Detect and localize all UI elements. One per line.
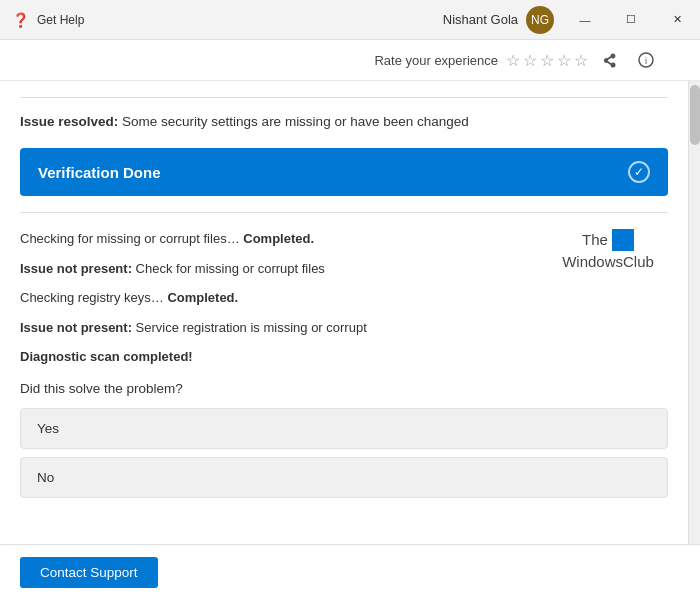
question-text: Did this solve the problem? bbox=[20, 381, 668, 396]
diag-issue-label-1: Issue not present: bbox=[20, 261, 132, 276]
rate-bar: Rate your experience ☆ ☆ ☆ ☆ ☆ i bbox=[0, 40, 700, 81]
user-info: Nishant Gola NG bbox=[443, 6, 554, 34]
app-icon: ❓ bbox=[12, 12, 29, 28]
star-5[interactable]: ☆ bbox=[574, 51, 588, 70]
avatar: NG bbox=[526, 6, 554, 34]
contact-support-button[interactable]: Contact Support bbox=[20, 557, 158, 588]
verification-label: Verification Done bbox=[38, 164, 161, 181]
diag-completed-1: Completed. bbox=[243, 231, 314, 246]
verification-banner: Verification Done ✓ bbox=[20, 148, 668, 196]
content-wrapper: Issue resolved: Some security settings a… bbox=[0, 81, 700, 544]
title-bar-left: ❓ Get Help bbox=[12, 12, 84, 28]
yes-button[interactable]: Yes bbox=[20, 408, 668, 449]
maximize-button[interactable]: ☐ bbox=[608, 0, 654, 40]
star-1[interactable]: ☆ bbox=[506, 51, 520, 70]
window-controls: — ☐ ✕ bbox=[562, 0, 700, 40]
logo-blue-square bbox=[612, 229, 634, 251]
no-button[interactable]: No bbox=[20, 457, 668, 498]
star-3[interactable]: ☆ bbox=[540, 51, 554, 70]
user-name: Nishant Gola bbox=[443, 12, 518, 27]
check-circle-icon: ✓ bbox=[628, 161, 650, 183]
title-bar-right: Nishant Gola NG — ☐ ✕ bbox=[443, 0, 700, 40]
divider-top bbox=[20, 97, 668, 98]
info-icon: i bbox=[638, 52, 654, 68]
diag-line-4: Issue not present: Service registration … bbox=[20, 318, 538, 338]
issue-resolved-desc: Some security settings are missing or ha… bbox=[122, 114, 469, 129]
diagnostics-area: Checking for missing or corrupt files… C… bbox=[20, 229, 668, 377]
bottom-bar: Contact Support bbox=[0, 544, 700, 600]
star-2[interactable]: ☆ bbox=[523, 51, 537, 70]
diag-line-3: Checking registry keys… Completed. bbox=[20, 288, 538, 308]
share-icon bbox=[602, 52, 618, 68]
divider-mid bbox=[20, 212, 668, 213]
diagnostics-text: Checking for missing or corrupt files… C… bbox=[20, 229, 538, 377]
diag-line-1: Checking for missing or corrupt files… C… bbox=[20, 229, 538, 249]
diag-completed-2: Completed. bbox=[167, 290, 238, 305]
app-title: Get Help bbox=[37, 13, 84, 27]
rate-label: Rate your experience bbox=[374, 53, 498, 68]
diag-scan-complete: Diagnostic scan completed! bbox=[20, 347, 538, 367]
close-button[interactable]: ✕ bbox=[654, 0, 700, 40]
check-icon: ✓ bbox=[634, 165, 644, 179]
info-button[interactable]: i bbox=[632, 46, 660, 74]
windows-club-logo: The WindowsClub bbox=[548, 229, 668, 272]
logo-text-club: WindowsClub bbox=[562, 251, 654, 272]
title-bar: ❓ Get Help Nishant Gola NG — ☐ ✕ bbox=[0, 0, 700, 40]
star-rating[interactable]: ☆ ☆ ☆ ☆ ☆ bbox=[506, 51, 588, 70]
share-button[interactable] bbox=[596, 46, 624, 74]
scrollbar-track[interactable] bbox=[688, 81, 700, 544]
issue-resolved-label: Issue resolved: bbox=[20, 114, 118, 129]
logo-row: The bbox=[582, 229, 634, 251]
star-4[interactable]: ☆ bbox=[557, 51, 571, 70]
scrollbar-thumb[interactable] bbox=[690, 85, 700, 145]
issue-resolved-text: Issue resolved: Some security settings a… bbox=[20, 112, 668, 132]
svg-text:i: i bbox=[645, 56, 647, 66]
diag-issue-label-2: Issue not present: bbox=[20, 320, 132, 335]
diag-scan-label: Diagnostic scan completed! bbox=[20, 349, 193, 364]
main-content: Issue resolved: Some security settings a… bbox=[0, 81, 688, 522]
minimize-button[interactable]: — bbox=[562, 0, 608, 40]
logo-text-the: The bbox=[582, 229, 608, 250]
content-area: Issue resolved: Some security settings a… bbox=[0, 81, 688, 544]
diag-line-2: Issue not present: Check for missing or … bbox=[20, 259, 538, 279]
